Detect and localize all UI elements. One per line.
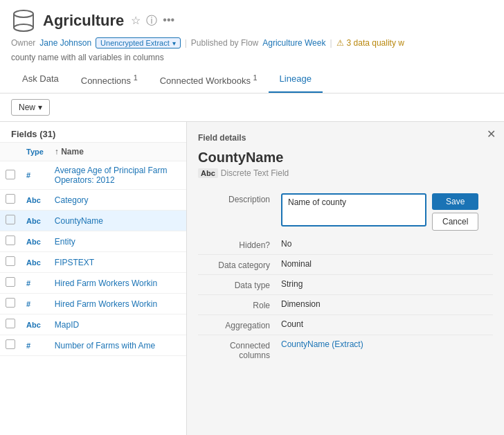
detail-row-label: Hidden?	[198, 239, 281, 250]
tab-ask-data[interactable]: Ask Data	[11, 68, 70, 93]
cancel-button[interactable]: Cancel	[432, 213, 478, 231]
detail-row: Data type String	[198, 275, 493, 295]
owner-label: Owner	[11, 38, 35, 48]
row-checkbox[interactable]	[0, 252, 21, 273]
row-checkbox[interactable]	[0, 273, 21, 294]
row-name[interactable]: Hired Farm Workers Workin	[49, 273, 186, 294]
header-icons: ☆ ⓘ •••	[131, 14, 174, 28]
tab-lineage[interactable]: Lineage	[269, 68, 323, 93]
row-type: #	[21, 273, 49, 294]
table-row[interactable]: # Average Age of Principal Farm Operator…	[0, 161, 186, 190]
col-name: ↑ Name	[49, 143, 186, 161]
col-check	[0, 143, 21, 161]
row-checkbox[interactable]	[0, 314, 21, 335]
detail-row-value: Count	[281, 319, 493, 329]
detail-row-value: Nominal	[281, 259, 493, 269]
info-icon[interactable]: ⓘ	[146, 14, 157, 28]
toolbar: New ▾	[0, 94, 504, 122]
detail-row-label: Data type	[198, 279, 281, 290]
row-name[interactable]: Category	[49, 190, 186, 211]
more-icon[interactable]: •••	[163, 14, 174, 28]
star-icon[interactable]: ☆	[131, 14, 141, 28]
table-row[interactable]: # Number of Farms with Ame	[0, 335, 186, 356]
datasource-description: county name with all variables in column…	[11, 53, 493, 62]
table-row[interactable]: Abc Entity	[0, 231, 186, 252]
table-row[interactable]: Abc Category	[0, 190, 186, 211]
detail-row: Role Dimension	[198, 295, 493, 315]
row-checkbox[interactable]	[0, 231, 21, 252]
warning-icon: ⚠	[336, 38, 344, 48]
table-row[interactable]: Abc CountyName	[0, 211, 186, 231]
main-content: Fields (31) Type ↑ Name # Average Age of…	[0, 122, 504, 435]
description-label: Description	[198, 193, 281, 204]
row-type: Abc	[21, 252, 49, 273]
detail-row-value: CountyName (Extract)	[281, 339, 493, 349]
detail-row-label: Aggregation	[198, 319, 281, 330]
row-checkbox[interactable]	[0, 294, 21, 314]
table-row[interactable]: # Hired Farm Workers Workin	[0, 294, 186, 314]
row-type: Abc	[21, 231, 49, 252]
extract-dropdown-icon: ▾	[172, 39, 176, 47]
detail-row-value: No	[281, 239, 493, 249]
row-checkbox[interactable]	[0, 190, 21, 211]
detail-row-label: Role	[198, 299, 281, 310]
field-detail-type: Abc Discrete Text Field	[198, 168, 493, 178]
detail-row-label: Connected columns	[198, 339, 281, 360]
fields-table: Type ↑ Name # Average Age of Principal F…	[0, 143, 186, 356]
tab-connections[interactable]: Connections 1	[70, 68, 149, 93]
detail-row: Aggregation Count	[198, 315, 493, 335]
row-name[interactable]: Number of Farms with Ame	[49, 335, 186, 356]
detail-row: Hidden? No	[198, 235, 493, 255]
fields-panel: Fields (31) Type ↑ Name # Average Age of…	[0, 122, 187, 435]
field-detail-name: CountyName	[198, 150, 493, 166]
detail-row: Connected columns CountyName (Extract)	[198, 335, 493, 364]
detail-row-label: Data category	[198, 259, 281, 270]
table-row[interactable]: # Hired Farm Workers Workin	[0, 273, 186, 294]
description-input[interactable]: Name of county	[281, 193, 426, 227]
row-type: Abc	[21, 314, 49, 335]
close-button[interactable]: ✕	[487, 127, 496, 141]
flow-name[interactable]: Agriculture Week	[262, 38, 325, 48]
row-name[interactable]: Average Age of Principal Farm Operators:…	[49, 161, 186, 190]
type-label: Discrete Text Field	[221, 168, 289, 178]
section-title: Field details	[198, 133, 493, 143]
field-detail-rows: Description Name of county Save Cancel	[198, 189, 493, 235]
detail-row: Data category Nominal	[198, 255, 493, 275]
fields-header: Fields (31)	[0, 122, 186, 143]
table-row[interactable]: Abc MapID	[0, 314, 186, 335]
datasource-icon	[11, 8, 36, 33]
header-meta: Owner Jane Johnson Unencrypted Extract ▾…	[11, 37, 493, 48]
row-name[interactable]: Entity	[49, 231, 186, 252]
row-name[interactable]: CountyName	[49, 211, 186, 231]
warning-badge: ⚠ 3 data quality w	[336, 38, 404, 48]
svg-point-0	[14, 10, 33, 17]
new-dropdown-icon: ▾	[38, 103, 42, 112]
row-checkbox[interactable]	[0, 335, 21, 356]
tab-bar: Ask Data Connections 1 Connected Workboo…	[11, 68, 493, 93]
col-type: Type	[21, 143, 49, 161]
sort-arrow: ↑	[55, 147, 59, 157]
table-row[interactable]: Abc FIPSTEXT	[0, 252, 186, 273]
owner-name[interactable]: Jane Johnson	[39, 38, 91, 48]
extract-badge[interactable]: Unencrypted Extract ▾	[96, 37, 181, 48]
published-label: Published by Flow	[191, 38, 258, 48]
row-type: Abc	[21, 211, 49, 231]
page-title: Agriculture	[43, 12, 124, 30]
row-type: Abc	[21, 190, 49, 211]
new-button[interactable]: New ▾	[11, 99, 50, 116]
row-type: #	[21, 294, 49, 314]
row-checkbox[interactable]	[0, 211, 21, 231]
tab-connected-workbooks[interactable]: Connected Workbooks 1	[149, 68, 269, 93]
row-name[interactable]: MapID	[49, 314, 186, 335]
detail-row-value: String	[281, 279, 493, 289]
row-type: #	[21, 335, 49, 356]
save-button[interactable]: Save	[432, 193, 478, 210]
other-detail-rows: Hidden? No Data category Nominal Data ty…	[198, 235, 493, 364]
row-checkbox[interactable]	[0, 161, 21, 190]
detail-panel: ✕ Field details CountyName Abc Discrete …	[187, 122, 504, 435]
row-name[interactable]: Hired Farm Workers Workin	[49, 294, 186, 314]
type-badge: Abc	[198, 168, 218, 178]
warning-text: 3 data quality w	[347, 38, 404, 48]
row-name[interactable]: FIPSTEXT	[49, 252, 186, 273]
page-header: Agriculture ☆ ⓘ ••• Owner Jane Johnson U…	[0, 0, 504, 94]
